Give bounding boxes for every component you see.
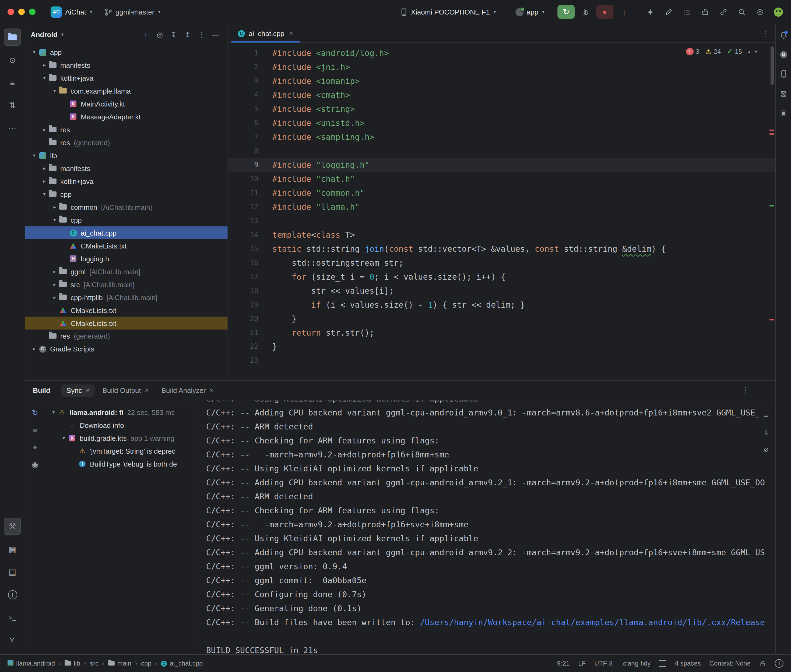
line-number[interactable]: 9 — [228, 158, 258, 172]
code-line-7[interactable]: 7#include <sampling.h> — [228, 130, 775, 144]
chevron-collapsed-icon[interactable]: ▸ — [40, 179, 49, 184]
resource-manager-icon[interactable]: ▧ — [777, 86, 790, 99]
code-line-14[interactable]: 14template<class T> — [228, 228, 775, 242]
project-item-src[interactable]: ▸src[AiChat.lib.main] — [25, 278, 228, 291]
commit-icon[interactable]: ⊙ — [4, 52, 21, 68]
scroll-end-icon[interactable]: ⇩ — [759, 425, 773, 439]
breadcrumb-cpp[interactable]: cpp — [141, 660, 151, 667]
locate-icon[interactable]: ◎ — [153, 28, 166, 41]
caret-position[interactable]: 9:21 — [557, 660, 570, 667]
code-line-2[interactable]: 2#include <jni.h> — [228, 60, 775, 74]
line-number[interactable]: 11 — [228, 186, 258, 200]
breadcrumb-llama-android[interactable]: llama.android — [8, 660, 55, 667]
gradle-icon[interactable]: G — [777, 48, 790, 61]
code-line-13[interactable]: 13 — [228, 214, 775, 228]
structure-icon[interactable]: ≡ — [4, 75, 21, 91]
build-tab-build-output[interactable]: Build Output× — [97, 384, 154, 396]
breadcrumb-src[interactable]: src — [90, 660, 98, 667]
line-number[interactable]: 15 — [228, 242, 258, 256]
notifications-icon[interactable] — [777, 29, 790, 42]
code-line-8[interactable]: 8 — [228, 144, 775, 158]
project-widget[interactable]: AC AiChat ▾ — [46, 4, 96, 20]
code-line-9[interactable]: 9#include "logging.h" — [228, 158, 775, 172]
close-tab-icon[interactable]: × — [145, 386, 149, 394]
chevron-collapsed-icon[interactable]: ▸ — [50, 204, 59, 210]
breadcrumb-ai-chat-cpp[interactable]: Cai_chat.cpp — [161, 660, 203, 667]
stop-button[interactable]: ■ — [596, 5, 613, 19]
share-icon[interactable] — [717, 5, 730, 18]
sync-item-download-info[interactable]: ↓Download info — [45, 419, 195, 432]
plugins-icon[interactable] — [698, 5, 711, 18]
build-tab-build-analyzer[interactable]: Build Analyzer× — [156, 384, 219, 396]
project-item-logging-h[interactable]: Hlogging.h — [25, 252, 228, 265]
line-number[interactable]: 5 — [228, 102, 258, 116]
chevron-expanded-icon[interactable]: ▾ — [49, 410, 58, 415]
ai-assistant-icon[interactable] — [643, 5, 656, 18]
zoom-button[interactable] — [29, 9, 35, 15]
passed-badge[interactable]: ✓15 — [727, 47, 742, 55]
line-number[interactable]: 23 — [228, 354, 258, 368]
sync-item-build-gradle-kts[interactable]: ▾Kbuild.gradle.ktsapp 1 warning — [45, 432, 195, 445]
run-config-selector[interactable]: app ▾ — [511, 6, 549, 18]
project-item-kotlin-java[interactable]: ▸kotlin+java — [25, 175, 228, 188]
terminal-icon[interactable]: >_ — [4, 609, 21, 625]
project-item-gradle-scripts[interactable]: ▸GGradle Scripts — [25, 342, 228, 355]
search-icon[interactable] — [735, 5, 748, 18]
build-options-button[interactable]: ⋮ — [739, 383, 753, 397]
editor-options-button[interactable]: ⋮ — [758, 29, 772, 37]
project-item-res[interactable]: res(generated) — [25, 136, 228, 149]
encoding-selector[interactable]: UTF-8 — [594, 660, 613, 667]
project-item-cpp[interactable]: ▾cpp — [25, 213, 228, 226]
device-explorer-icon[interactable]: ▦ — [4, 541, 21, 557]
more-run-actions-button[interactable]: ⋮ — [616, 5, 632, 19]
collapse-all-icon[interactable]: ↥ — [181, 28, 194, 41]
warnings-badge[interactable]: ⚠24 — [705, 47, 721, 55]
expand-all-icon[interactable]: ↧ — [167, 28, 180, 41]
pull-requests-icon[interactable]: ⇅ — [4, 98, 21, 114]
breadcrumb-lib[interactable]: lib — [64, 660, 80, 667]
line-ending-selector[interactable]: LF — [578, 660, 586, 667]
close-tab-icon[interactable]: × — [86, 386, 90, 394]
chevron-collapsed-icon[interactable]: ▸ — [50, 295, 59, 300]
line-number[interactable]: 4 — [228, 88, 258, 102]
profile-icon[interactable] — [772, 5, 785, 18]
chevron-collapsed-icon[interactable]: ▸ — [40, 166, 49, 171]
chevron-collapsed-icon[interactable]: ▸ — [50, 269, 59, 274]
minimize-button[interactable] — [18, 9, 25, 15]
line-number[interactable]: 6 — [228, 116, 258, 130]
sync-item-llama-android-fi[interactable]: ▾⚠llama.android: fi22 sec, 583 ms — [45, 406, 195, 419]
status-lines-icon[interactable] — [659, 660, 666, 667]
project-item-cmakelists-txt[interactable]: CMakeLists.txt — [25, 239, 228, 252]
editor-tab-ai_chat-cpp[interactable]: C ai_chat.cpp × — [231, 24, 300, 43]
code-line-23[interactable]: 23 — [228, 354, 775, 368]
chevron-expanded-icon[interactable]: ▾ — [30, 50, 39, 55]
code-line-22[interactable]: 22} — [228, 340, 775, 354]
logcat-icon[interactable]: ▤ — [4, 564, 21, 580]
chevron-expanded-icon[interactable]: ▾ — [40, 192, 49, 197]
chevron-collapsed-icon[interactable]: ▸ — [40, 127, 49, 132]
project-item-manifests[interactable]: ▸manifests — [25, 59, 228, 72]
vcs-stripe-mark[interactable] — [770, 205, 774, 206]
project-item-mainactivity-kt[interactable]: KMainActivity.kt — [25, 98, 228, 110]
inspections-widget[interactable]: !3 ⚠24 ✓15 ▴▾ — [686, 47, 757, 55]
close-tab-icon[interactable]: × — [289, 30, 293, 37]
project-item-cmakelists-txt[interactable]: CMakeLists.txt — [25, 317, 228, 330]
project-item-kotlin-java[interactable]: ▾kotlin+java — [25, 72, 228, 85]
code-line-4[interactable]: 4#include <cmath> — [228, 88, 775, 102]
line-number[interactable]: 3 — [228, 74, 258, 88]
line-number[interactable]: 1 — [228, 46, 258, 60]
chevron-expanded-icon[interactable]: ▾ — [40, 75, 49, 81]
project-item-res[interactable]: res(generated) — [25, 330, 228, 342]
error-stripe-mark[interactable] — [770, 319, 774, 320]
indent-widget[interactable]: 4 spaces — [675, 660, 701, 667]
highlighting-level-widget[interactable]: i — [775, 659, 783, 668]
code-line-3[interactable]: 3#include <iomanip> — [228, 74, 775, 88]
line-number[interactable]: 14 — [228, 228, 258, 242]
running-devices-icon[interactable]: ▣ — [777, 106, 790, 119]
chevron-collapsed-icon[interactable]: ▸ — [50, 282, 59, 287]
chevron-collapsed-icon[interactable]: ▸ — [40, 62, 49, 68]
debug-button[interactable] — [578, 5, 593, 19]
lock-widget[interactable] — [759, 660, 766, 667]
chevron-expanded-icon[interactable]: ▾ — [30, 153, 39, 158]
code-line-19[interactable]: 19 if (i < values.size() - 1) { str << d… — [228, 298, 775, 312]
